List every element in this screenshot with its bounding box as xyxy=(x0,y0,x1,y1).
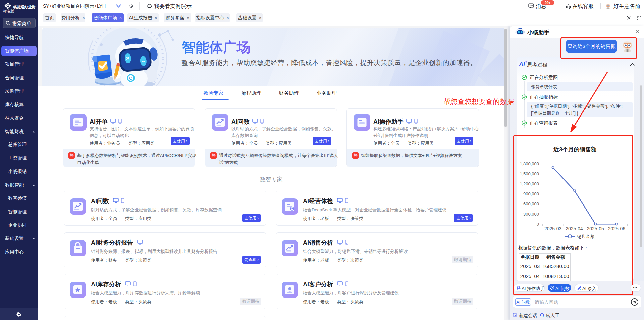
svg-text:C: C xyxy=(129,76,132,81)
